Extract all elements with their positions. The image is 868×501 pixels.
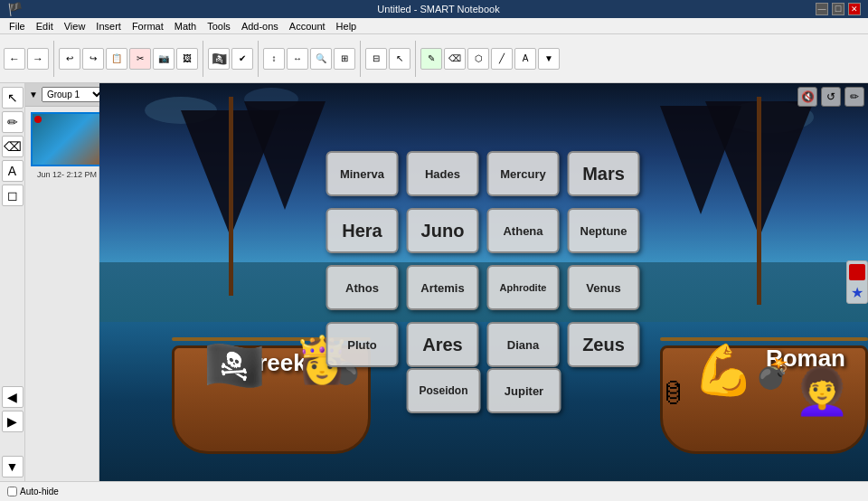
btn-artemis[interactable]: Artemis [407, 265, 479, 310]
btn-juno[interactable]: Juno [407, 208, 479, 253]
btn-hera[interactable]: Hera [326, 208, 399, 253]
menu-edit[interactable]: Edit [31, 21, 59, 32]
autohide-control[interactable]: Auto-hide [7, 487, 59, 496]
sidebar-header: ▼ Group 1 [25, 83, 108, 107]
pirate-char-1: 🏴‍☠️ [203, 336, 266, 395]
thumbnail-area: Jun 12- 2:12 PM [25, 107, 108, 184]
btn-ares[interactable]: Ares [407, 322, 479, 367]
slide-thumbnail[interactable] [31, 112, 103, 166]
line-tool[interactable]: ╱ [491, 48, 513, 70]
mast-left [229, 97, 233, 296]
autohide-checkbox[interactable] [7, 487, 17, 496]
pen-button[interactable]: ✏ [844, 87, 864, 107]
forward-button[interactable]: → [27, 48, 49, 70]
menu-view[interactable]: View [59, 21, 91, 32]
btn-poseidon[interactable]: Poseidon [407, 368, 481, 413]
btn-hades[interactable]: Hades [407, 151, 479, 196]
undo-button[interactable]: ↩ [59, 48, 80, 70]
back-button[interactable]: ← [4, 48, 25, 70]
button-grid: Minerva Hades Mercury Mars Hera Juno Ath… [326, 151, 642, 373]
btn-mercury[interactable]: Mercury [487, 151, 560, 196]
bottom-row: Poseidon Jupiter [407, 368, 561, 413]
main-window: 🏴 Untitled - SMART Notebook — ☐ ✕ File E… [0, 0, 868, 501]
btn-zeus[interactable]: Zeus [568, 322, 640, 367]
menu-insert[interactable]: Insert [90, 21, 127, 32]
redo-button[interactable]: ↪ [82, 48, 104, 70]
btn-athos[interactable]: Athos [326, 265, 399, 310]
toolbar: ← → ↩ ↪ 📋 ✂ 📷 🖼 🏴‍☠ ✔ ↕ ↔ 🔍 ⊞ ⊟ ↖ ✎ ⌫ ⬡ … [0, 34, 868, 83]
mute-button[interactable]: 🔇 [797, 87, 817, 107]
text-icon[interactable]: A [2, 160, 24, 182]
erase-tool[interactable]: ⌫ [444, 48, 466, 70]
eraser-icon[interactable]: ⌫ [2, 136, 24, 157]
pen-tool[interactable]: ✎ [420, 48, 442, 70]
insert-button[interactable]: 🖼 [176, 48, 198, 70]
select-icon[interactable]: ↖ [2, 87, 24, 109]
close-button[interactable]: ✕ [848, 3, 861, 15]
paste-button[interactable]: 📋 [106, 48, 127, 70]
left-toolpanel: ↖ ✏ ⌫ A ◻ ◀ ▶ ▼ [0, 83, 25, 481]
shape-icon[interactable]: ◻ [2, 184, 24, 206]
zoom-tool[interactable]: 🔍 [310, 48, 332, 70]
btn-athena[interactable]: Athena [487, 208, 560, 253]
thumbnail-label: Jun 12- 2:12 PM [37, 170, 97, 179]
btn-diana[interactable]: Diana [487, 322, 560, 367]
minimize-button[interactable]: — [816, 3, 828, 15]
pen-icon[interactable]: ✏ [2, 111, 24, 133]
text-tool[interactable]: A [514, 48, 536, 70]
nav-right-icon[interactable]: ▶ [2, 411, 24, 432]
main-area: ↖ ✏ ⌫ A ◻ ◀ ▶ ▼ ▼ Group 1 [0, 83, 868, 481]
rotate-tool[interactable]: ↔ [287, 48, 308, 70]
screenshot-button[interactable]: 📷 [153, 48, 175, 70]
tool2[interactable]: ✔ [231, 48, 253, 70]
window-controls[interactable]: — ☐ ✕ [816, 3, 861, 15]
autohide-label: Auto-hide [20, 487, 59, 496]
btn-venus[interactable]: Venus [568, 265, 640, 310]
btn-neptune[interactable]: Neptune [568, 208, 640, 253]
menu-format[interactable]: Format [127, 21, 169, 32]
grid-tool[interactable]: ⊟ [365, 48, 387, 70]
sail-right-2 [660, 106, 741, 214]
select-tool[interactable]: ↖ [389, 48, 410, 70]
pirate-char-4: 👩‍🦱 [794, 365, 850, 418]
down-arrow-icon[interactable]: ▼ [2, 456, 24, 477]
menu-tools[interactable]: Tools [202, 21, 236, 32]
deck-rail-right [660, 337, 868, 341]
menu-bar: File Edit View Insert Format Math Tools … [0, 18, 868, 34]
game-toolbar: 🔇 ↺ ✏ [797, 87, 864, 107]
btn-mars[interactable]: Mars [568, 151, 640, 196]
menu-account[interactable]: Account [284, 21, 331, 32]
star-icon[interactable]: ★ [849, 284, 865, 300]
title-bar: 🏴 Untitled - SMART Notebook — ☐ ✕ [0, 0, 868, 18]
pirate-char-3: 💪 [693, 341, 755, 400]
status-bar: Auto-hide [0, 481, 868, 501]
refresh-button[interactable]: ↺ [821, 87, 841, 107]
cut-button[interactable]: ✂ [129, 48, 151, 70]
view-tool[interactable]: ⊞ [334, 48, 355, 70]
content-area: 🛢 Greek Roman 🏴‍☠️ 👸 💪 👩‍🦱 💣 💣 [99, 83, 868, 481]
maximize-button[interactable]: ☐ [832, 3, 844, 15]
menu-file[interactable]: File [4, 21, 31, 32]
red-square-icon[interactable] [849, 264, 865, 280]
tool1[interactable]: 🏴‍☠ [208, 48, 230, 70]
move-tool[interactable]: ↕ [263, 48, 285, 70]
mast-right [757, 97, 761, 305]
btn-pluto[interactable]: Pluto [326, 322, 399, 367]
btn-jupiter[interactable]: Jupiter [487, 368, 561, 413]
barrel-left: 🛢 [660, 378, 687, 409]
sidebar: ↖ ✏ ⌫ A ◻ ◀ ▶ ▼ ▼ Group 1 [0, 83, 99, 481]
btn-aphrodite[interactable]: Aphrodite [487, 265, 560, 310]
menu-addons[interactable]: Add-ons [236, 21, 284, 32]
cannon-right: 💣 [755, 356, 791, 391]
btn-minerva[interactable]: Minerva [326, 151, 399, 196]
sail-left-2 [244, 101, 326, 210]
game-canvas: 🛢 Greek Roman 🏴‍☠️ 👸 💪 👩‍🦱 💣 💣 [99, 83, 868, 481]
group-select[interactable]: Group 1 [42, 87, 105, 102]
nav-left-icon[interactable]: ◀ [2, 386, 24, 408]
fill-tool[interactable]: ▼ [538, 48, 560, 70]
menu-math[interactable]: Math [169, 21, 202, 32]
right-game-tools: ★ [846, 260, 868, 304]
window-title: Untitled - SMART Notebook [61, 4, 816, 14]
shape-tool[interactable]: ⬡ [467, 48, 489, 70]
menu-help[interactable]: Help [331, 21, 363, 32]
